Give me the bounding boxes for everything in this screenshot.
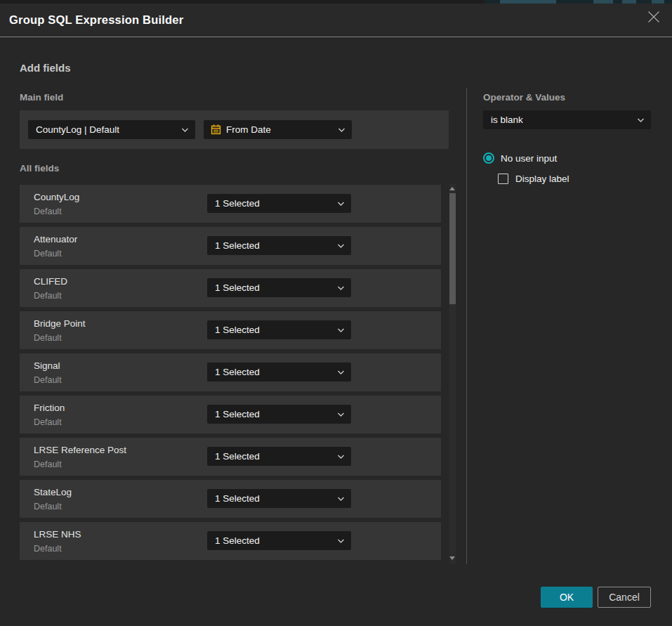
chevron-down-icon bbox=[637, 117, 645, 122]
close-icon bbox=[647, 11, 660, 23]
chevron-down-icon bbox=[337, 201, 345, 206]
main-field-source-select[interactable]: CountyLog | Default bbox=[28, 120, 195, 139]
field-row-subtitle: Default bbox=[34, 333, 62, 343]
field-row-name: Bridge Point bbox=[34, 318, 86, 329]
group-sql-expression-builder-dialog: Group SQL Expression Builder Add fields … bbox=[0, 0, 672, 626]
field-row-subtitle: Default bbox=[34, 207, 62, 216]
field-row-selection-value: 1 Selected bbox=[207, 325, 260, 335]
field-row-selection-value: 1 Selected bbox=[207, 198, 260, 209]
field-row: CLIFEDDefault1 Selected bbox=[20, 269, 441, 307]
dialog-titlebar: Group SQL Expression Builder bbox=[0, 4, 672, 37]
main-field-panel: CountyLog | Default From Date bbox=[20, 110, 449, 149]
scroll-up-arrow-icon[interactable] bbox=[449, 187, 455, 190]
field-row-name: Friction bbox=[34, 403, 65, 413]
chevron-down-icon bbox=[337, 412, 345, 417]
chevron-down-icon bbox=[337, 370, 345, 374]
field-row-subtitle: Default bbox=[34, 459, 62, 469]
operator-select[interactable]: is blank bbox=[483, 110, 651, 129]
main-field-date-value: From Date bbox=[222, 124, 271, 135]
field-row: SignalDefault1 Selected bbox=[20, 353, 441, 391]
chevron-down-icon bbox=[337, 538, 345, 543]
main-field-label: Main field bbox=[20, 92, 63, 103]
field-row-selection-value: 1 Selected bbox=[207, 367, 260, 377]
chevron-down-icon bbox=[337, 496, 345, 501]
field-row-name: LRSE NHS bbox=[34, 529, 81, 540]
field-row: CountyLogDefault1 Selected bbox=[20, 185, 441, 223]
field-row-name: Attenuator bbox=[34, 234, 77, 244]
field-row-name: StateLog bbox=[34, 487, 72, 497]
ok-button[interactable]: OK bbox=[541, 587, 593, 608]
field-row-name: CountyLog bbox=[34, 192, 79, 202]
field-row: StateLogDefault1 Selected bbox=[20, 480, 441, 518]
radio-selected-icon bbox=[483, 152, 494, 164]
field-row-selection-value: 1 Selected bbox=[207, 282, 260, 293]
field-row-selection-select[interactable]: 1 Selected bbox=[207, 489, 351, 508]
checkbox-unchecked-icon bbox=[498, 174, 508, 184]
field-row: AttenuatorDefault1 Selected bbox=[20, 227, 441, 265]
field-row-subtitle: Default bbox=[34, 417, 62, 427]
no-user-input-radio[interactable]: No user input bbox=[483, 152, 557, 164]
field-row-subtitle: Default bbox=[34, 291, 62, 301]
chevron-down-icon bbox=[337, 327, 345, 332]
scroll-down-arrow-icon[interactable] bbox=[449, 556, 455, 560]
field-row-selection-select[interactable]: 1 Selected bbox=[207, 531, 351, 550]
chevron-down-icon bbox=[337, 285, 345, 290]
calendar-icon bbox=[210, 124, 222, 136]
field-row-selection-select[interactable]: 1 Selected bbox=[207, 405, 351, 424]
field-row-selection-value: 1 Selected bbox=[207, 535, 260, 546]
main-field-source-value: CountyLog | Default bbox=[28, 124, 119, 135]
operator-select-value: is blank bbox=[483, 115, 523, 125]
display-label-checkbox[interactable]: Display label bbox=[498, 174, 569, 184]
chevron-down-icon bbox=[337, 243, 345, 248]
field-row-subtitle: Default bbox=[34, 502, 62, 511]
no-user-input-label: No user input bbox=[501, 153, 557, 164]
close-button[interactable] bbox=[645, 8, 662, 25]
field-row: LRSE NHSDefault1 Selected bbox=[20, 522, 441, 560]
display-label-label: Display label bbox=[515, 174, 569, 184]
field-row-subtitle: Default bbox=[34, 544, 62, 554]
cancel-button[interactable]: Cancel bbox=[598, 587, 651, 608]
operator-values-heading: Operator & Values bbox=[483, 92, 565, 103]
field-row: Bridge PointDefault1 Selected bbox=[20, 311, 441, 349]
field-row-selection-select[interactable]: 1 Selected bbox=[207, 278, 351, 297]
field-row-selection-select[interactable]: 1 Selected bbox=[207, 363, 351, 382]
field-row-name: CLIFED bbox=[34, 276, 67, 287]
field-row-subtitle: Default bbox=[34, 249, 62, 259]
field-row-name: LRSE Reference Post bbox=[34, 445, 126, 455]
field-row-selection-value: 1 Selected bbox=[207, 493, 260, 504]
chevron-down-icon bbox=[337, 454, 345, 459]
field-row-selection-select[interactable]: 1 Selected bbox=[207, 236, 351, 255]
field-row-selection-select[interactable]: 1 Selected bbox=[207, 447, 351, 466]
column-divider bbox=[466, 88, 467, 564]
field-row-subtitle: Default bbox=[34, 375, 62, 385]
field-row: FrictionDefault1 Selected bbox=[20, 396, 441, 433]
field-row-selection-value: 1 Selected bbox=[207, 240, 260, 251]
add-fields-heading: Add fields bbox=[20, 62, 71, 74]
field-row-selection-value: 1 Selected bbox=[207, 409, 260, 419]
field-row-selection-value: 1 Selected bbox=[207, 451, 260, 462]
field-row-name: Signal bbox=[34, 360, 60, 371]
scrollbar-thumb[interactable] bbox=[449, 193, 456, 304]
main-field-date-select[interactable]: From Date bbox=[204, 120, 352, 139]
field-row-selection-select[interactable]: 1 Selected bbox=[207, 194, 351, 213]
chevron-down-icon bbox=[338, 127, 345, 132]
field-row-selection-select[interactable]: 1 Selected bbox=[207, 320, 351, 339]
field-row: LRSE Reference PostDefault1 Selected bbox=[20, 438, 441, 476]
all-fields-label: All fields bbox=[20, 163, 59, 174]
dialog-title: Group SQL Expression Builder bbox=[9, 13, 183, 27]
chevron-down-icon bbox=[181, 127, 189, 132]
